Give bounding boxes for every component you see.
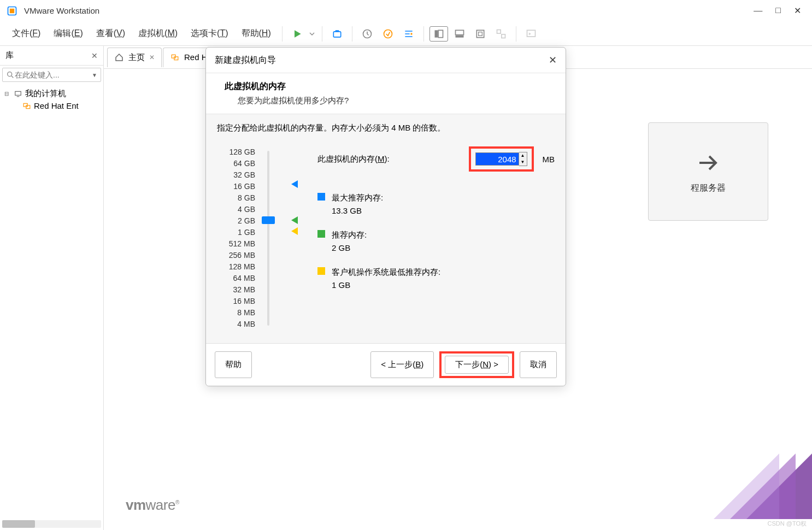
csdn-watermark: CSDN @TO权 [768,520,807,528]
new-vm-wizard-dialog: 新建虚拟机向导 ✕ 此虚拟机的内存 您要为此虚拟机使用多少内存? 指定分配给此虚… [205,47,566,386]
vmware-logo: vmware® [126,497,179,514]
slider-thumb[interactable] [262,216,275,224]
dialog-title: 新建虚拟机向导 [215,55,549,66]
remote-server-label: 程服务器 [691,182,726,194]
tab-home[interactable]: 主页 ✕ [107,48,162,67]
tree-item[interactable]: Red Hat Ent [2,100,101,111]
vm-icon [22,102,32,110]
content-area: 主页 ✕ Red Hat Enterprise Linux 9 64 位 ✕ 程… [104,46,812,530]
svg-rect-11 [476,30,484,37]
remote-server-card[interactable]: 程服务器 [648,122,768,221]
tree-root[interactable]: ⊟ 我的计算机 [2,87,101,100]
search-icon [6,70,15,79]
min-legend-icon [317,267,325,275]
memory-slider[interactable] [265,146,281,330]
maximize-button[interactable]: □ [775,5,781,16]
spinner-up-button[interactable]: ▲ [519,152,527,159]
next-button[interactable]: 下一步(N) > [445,356,509,374]
layout-sidebar-button[interactable] [429,26,448,42]
settings-button[interactable] [399,26,418,42]
svg-rect-14 [527,30,535,37]
minimize-button[interactable]: — [754,5,762,16]
separator [322,26,322,42]
snapshot-button[interactable] [328,26,346,42]
library-tree: ⊟ 我的计算机 Red Hat Ent [0,84,103,518]
min-legend-value: 1 GB [332,279,440,292]
unity-button[interactable] [492,26,510,42]
rec-legend-icon [317,230,325,238]
menu-vm[interactable]: 虚拟机(M) [133,26,183,42]
revert-button[interactable] [379,26,397,42]
separator [352,26,352,42]
search-dropdown-icon[interactable]: ▼ [90,72,97,78]
svg-rect-13 [502,34,505,38]
cancel-button[interactable]: 取消 [520,351,557,378]
max-legend-value: 13.3 GB [332,204,383,217]
help-button[interactable]: 帮助 [215,351,252,378]
tree-item-label: Red Hat Ent [34,101,79,110]
dialog-subheading: 您要为此虚拟机使用多少内存? [225,96,555,106]
max-legend-label: 最大推荐内存: [332,191,383,204]
play-dropdown[interactable] [308,26,316,42]
svg-rect-10 [455,35,463,37]
menu-tabs[interactable]: 选项卡(T) [185,26,233,42]
dialog-close-button[interactable]: ✕ [549,54,557,66]
memory-input-highlight: ▲ ▼ [469,146,534,172]
menu-view[interactable]: 查看(V) [91,26,131,42]
fullscreen-button[interactable] [471,26,490,42]
svg-point-6 [410,33,412,34]
sidebar-title: 库 [5,50,91,61]
decorative-triangles [714,443,812,519]
vm-icon [170,54,180,61]
menu-help[interactable]: 帮助(H) [236,26,276,42]
rec-legend-label: 推荐内存: [332,228,367,242]
sidebar-search[interactable]: ▼ [2,68,101,82]
search-input[interactable] [15,70,90,79]
scrollbar-thumb[interactable] [2,520,35,528]
svg-point-15 [8,72,12,76]
sidebar: 库 ✕ ▼ ⊟ 我的计算机 Red Hat Ent [0,46,104,530]
app-icon [7,5,17,16]
max-marker-icon [291,180,298,188]
svg-rect-3 [335,30,339,32]
computer-icon [13,90,23,98]
home-icon [114,52,124,62]
sidebar-close-button[interactable]: ✕ [91,51,98,60]
memory-input[interactable] [475,152,519,166]
menu-file[interactable]: 文件(F) [7,26,46,42]
svg-rect-9 [455,30,463,34]
svg-rect-7 [434,30,438,37]
play-button[interactable] [288,26,307,42]
memory-unit: MB [543,155,555,164]
tab-close-icon[interactable]: ✕ [149,54,155,61]
tree-root-label: 我的计算机 [25,89,66,99]
memory-scale-labels: 128 GB 64 GB 32 GB 16 GB 8 GB 4 GB 2 GB … [217,146,255,330]
spinner-down-button[interactable]: ▼ [519,159,527,166]
arrow-right-icon [695,150,721,176]
clock-button[interactable] [358,26,376,42]
back-button[interactable]: < 上一步(B) [370,351,434,378]
dialog-instruction: 指定分配给此虚拟机的内存量。内存大小必须为 4 MB 的倍数。 [217,123,555,133]
expander-icon[interactable]: ⊟ [4,91,11,97]
rec-legend-value: 2 GB [332,242,367,255]
dialog-heading: 此虚拟机的内存 [225,81,555,92]
svg-rect-2 [333,31,340,37]
layout-bottom-button[interactable] [450,26,469,42]
separator [423,26,424,42]
memory-markers [291,146,302,330]
next-button-highlight: 下一步(N) > [439,351,514,378]
menu-edit[interactable]: 编辑(E) [48,26,88,42]
svg-rect-16 [15,91,21,95]
titlebar: VMware Workstation — □ ✕ [0,0,812,22]
memory-field-label: 此虚拟机的内存(M): [317,154,390,164]
svg-rect-8 [438,30,443,37]
max-legend-icon [317,193,325,201]
close-button[interactable]: ✕ [794,5,801,16]
separator [282,26,283,42]
separator [516,26,516,42]
sidebar-scrollbar[interactable] [2,520,101,528]
tab-home-label: 主页 [128,52,145,63]
window-title: VMware Workstation [24,6,754,15]
console-button[interactable] [522,26,540,42]
svg-rect-1 [10,8,14,13]
